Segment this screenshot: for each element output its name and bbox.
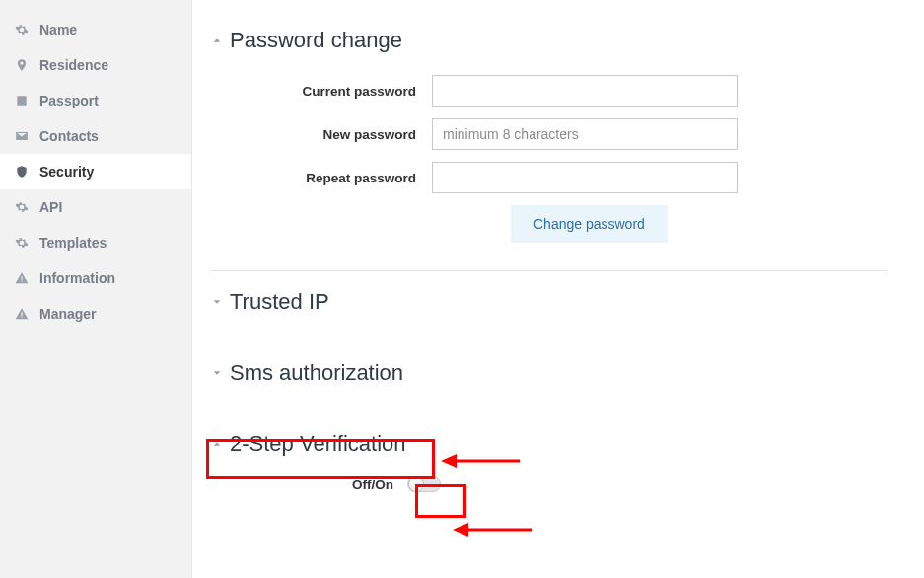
label-new-password: New password [210,127,432,142]
section-two-step: 2-Step Verification Off/On [210,421,887,492]
mail-icon [12,129,32,143]
change-password-button[interactable]: Change password [511,205,668,243]
sidebar-item-security[interactable]: Security [0,154,191,189]
section-sms-auth: Sms authorization [210,350,887,396]
warning-icon [12,307,32,321]
annotation-arrow-bottom [453,517,532,542]
section-title: Sms authorization [230,360,403,386]
section-header-trusted-ip[interactable]: Trusted IP [210,279,887,325]
sidebar-item-label: Name [39,22,77,37]
row-repeat-password: Repeat password [210,162,887,193]
row-current-password: Current password [210,75,887,107]
row-two-step-toggle: Off/On [210,476,887,492]
toggle-knob [408,476,424,492]
sidebar-item-label: Contacts [39,128,99,144]
section-title: Password change [230,28,402,53]
sidebar-item-manager[interactable]: Manager [0,296,191,331]
sidebar-item-residence[interactable]: Residence [0,47,191,83]
section-password-change: Password change Current password New pas… [210,18,887,243]
sidebar-item-label: Information [39,270,115,286]
gear-icon [12,200,32,214]
sidebar-item-api[interactable]: API [0,189,191,225]
divider [210,270,887,271]
sidebar-item-information[interactable]: Information [0,260,191,296]
chevron-up-icon [210,36,224,45]
sidebar-item-label: Manager [39,306,97,322]
sidebar-item-label: Residence [39,57,108,73]
gear-icon [12,23,32,36]
warning-icon [12,271,32,285]
content: Password change Current password New pas… [192,0,924,578]
chevron-down-icon [210,297,224,307]
input-new-password[interactable] [432,118,738,150]
label-two-step-toggle: Off/On [210,477,407,492]
gear-icon [12,236,32,250]
section-title: 2-Step Verification [230,431,406,457]
label-current-password: Current password [210,84,432,99]
pin-icon [12,58,32,72]
section-header-password-change[interactable]: Password change [210,18,887,63]
section-header-two-step[interactable]: 2-Step Verification [210,421,887,467]
sidebar-item-label: Security [39,164,94,180]
sidebar-item-name[interactable]: Name [0,12,191,47]
input-current-password[interactable] [432,75,738,107]
sidebar-item-label: Templates [39,235,107,251]
sidebar-item-label: API [39,199,62,215]
sidebar-item-passport[interactable]: Passport [0,83,191,118]
section-title: Trusted IP [230,289,329,315]
two-step-toggle[interactable] [407,476,441,492]
id-icon [12,94,32,108]
section-trusted-ip: Trusted IP [210,279,887,325]
chevron-up-icon [210,439,224,449]
input-repeat-password[interactable] [432,162,738,193]
sidebar-item-contacts[interactable]: Contacts [0,118,191,154]
label-repeat-password: Repeat password [210,171,432,185]
sidebar-item-templates[interactable]: Templates [0,225,191,260]
chevron-down-icon [210,368,224,378]
sidebar: Name Residence Passport Contacts Securit… [0,0,192,578]
row-new-password: New password [210,118,887,150]
svg-marker-3 [453,523,468,537]
section-header-sms-auth[interactable]: Sms authorization [210,350,887,396]
shield-icon [12,165,32,179]
sidebar-item-label: Passport [39,93,99,108]
